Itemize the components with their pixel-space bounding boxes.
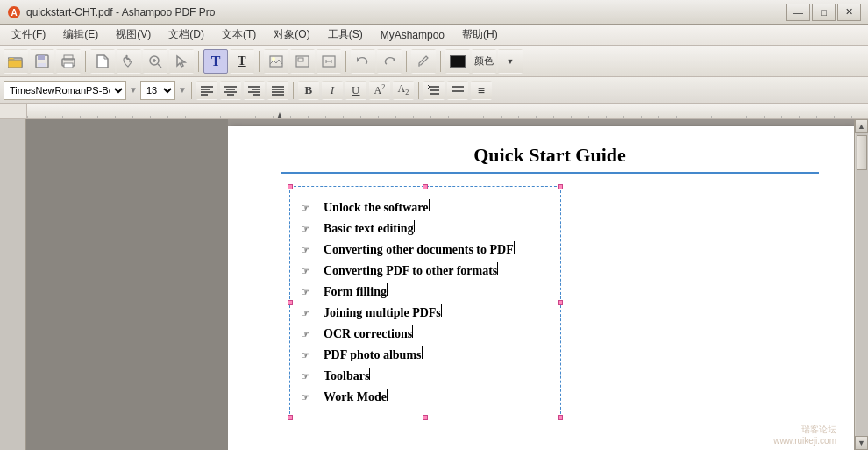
color-box-button[interactable] bbox=[445, 49, 470, 74]
align-left-button[interactable] bbox=[196, 81, 217, 100]
minimize-button[interactable]: — bbox=[786, 4, 810, 21]
list-item: ☞ Work Mode bbox=[301, 388, 550, 406]
toolbar-sep-2 bbox=[198, 51, 199, 72]
document-page: Quick Start Guide ☞ Unlock the software … bbox=[228, 126, 854, 450]
bold-button[interactable]: B bbox=[298, 81, 319, 100]
handle-bl[interactable] bbox=[288, 415, 293, 420]
insert-image-button[interactable] bbox=[264, 49, 288, 74]
watermark-line2: www.ruikeji.com bbox=[773, 436, 836, 446]
undo-button[interactable] bbox=[351, 49, 375, 74]
insert-link-button[interactable] bbox=[317, 49, 341, 74]
redo-button[interactable] bbox=[377, 49, 402, 74]
menubar: 文件(F) 编辑(E) 视图(V) 文档(D) 文本(T) 对象(O) 工具(S… bbox=[0, 25, 868, 46]
svg-rect-45 bbox=[27, 104, 868, 119]
main-area: Quick Start Guide ☞ Unlock the software … bbox=[0, 119, 868, 450]
new-page-button[interactable] bbox=[90, 49, 115, 74]
gray-left-panel bbox=[26, 119, 228, 450]
save-button[interactable] bbox=[30, 49, 54, 74]
insert-shape-button[interactable] bbox=[290, 49, 315, 74]
vertical-scrollbar: ▲ ▼ bbox=[854, 119, 868, 450]
text-select-button[interactable]: T bbox=[230, 49, 254, 74]
subscript-button[interactable]: A2 bbox=[393, 81, 414, 100]
justify-button[interactable] bbox=[267, 81, 288, 100]
page-area: Quick Start Guide ☞ Unlock the software … bbox=[228, 119, 854, 450]
list-item: ☞ Unlock the software bbox=[301, 198, 550, 217]
pencil-button[interactable] bbox=[411, 49, 436, 74]
menu-object[interactable]: 对象(O) bbox=[266, 25, 317, 45]
handle-bm[interactable] bbox=[423, 415, 428, 420]
list-item-text: OCR corrections bbox=[324, 325, 412, 343]
toolbar-sep-3 bbox=[259, 51, 260, 72]
list-item: ☞ OCR corrections bbox=[301, 325, 550, 343]
select-button[interactable] bbox=[169, 49, 194, 74]
toolbar-sep-5 bbox=[406, 51, 407, 72]
scroll-down-button[interactable]: ▼ bbox=[855, 436, 868, 450]
handle-br[interactable] bbox=[558, 415, 563, 420]
print-button[interactable] bbox=[56, 49, 81, 74]
list-bullet-icon: ☞ bbox=[301, 390, 318, 405]
list-item: ☞ Form filling bbox=[301, 282, 550, 301]
menu-view[interactable]: 视图(V) bbox=[108, 25, 159, 45]
handle-mr[interactable] bbox=[558, 300, 563, 305]
toolbar: T T 颜色 ▼ bbox=[0, 46, 868, 77]
font-size-select[interactable]: 13 bbox=[140, 81, 175, 100]
zoom-button[interactable] bbox=[143, 49, 167, 74]
menu-text[interactable]: 文本(T) bbox=[214, 25, 264, 45]
scroll-thumb[interactable] bbox=[857, 135, 867, 170]
svg-rect-5 bbox=[38, 55, 45, 60]
maximize-button[interactable]: □ bbox=[812, 4, 836, 21]
open-button[interactable] bbox=[4, 49, 28, 74]
svg-rect-17 bbox=[298, 58, 303, 61]
list-item: ☞ Joining multiple PDFs bbox=[301, 304, 550, 322]
menu-file[interactable]: 文件(F) bbox=[4, 25, 53, 45]
svg-line-40 bbox=[428, 87, 430, 89]
list-item-text: PDF photo albums bbox=[324, 346, 422, 364]
text-button[interactable]: T bbox=[203, 49, 228, 74]
superscript-button[interactable]: A2 bbox=[369, 81, 390, 100]
menu-document[interactable]: 文档(D) bbox=[160, 25, 212, 45]
underline-button[interactable]: U bbox=[345, 81, 366, 100]
list-bullet-icon: ☞ bbox=[301, 327, 318, 342]
text-selection-box[interactable]: ☞ Unlock the software ☞ Basic text editi… bbox=[289, 186, 561, 418]
menu-edit[interactable]: 编辑(E) bbox=[55, 25, 106, 45]
scroll-track[interactable] bbox=[856, 133, 868, 436]
list-item: ☞ Converting other documents to PDF bbox=[301, 240, 550, 259]
scroll-up-button[interactable]: ▲ bbox=[855, 119, 868, 133]
font-family-select[interactable]: TimesNewRomanPS-BoldMT bbox=[4, 81, 126, 100]
toolbar-sep-6 bbox=[440, 51, 441, 72]
color-label-button[interactable]: 颜色 bbox=[472, 49, 496, 74]
titlebar: A quickstart-CHT.pdf - Ashampoo PDF Pro … bbox=[0, 0, 868, 25]
svg-line-11 bbox=[158, 64, 161, 68]
close-button[interactable]: ✕ bbox=[837, 4, 861, 21]
list-item-text: Unlock the software bbox=[324, 198, 429, 217]
list-bullet-icon: ☞ bbox=[301, 285, 318, 300]
ruler bbox=[0, 104, 868, 119]
list-item: ☞ Basic text editing bbox=[301, 219, 550, 238]
list-item-text: Joining multiple PDFs bbox=[324, 304, 441, 322]
italic-button[interactable]: I bbox=[322, 81, 343, 100]
paragraph-spacing-button[interactable] bbox=[447, 81, 468, 100]
menu-help[interactable]: 帮助(H) bbox=[454, 25, 506, 45]
ruler-marks bbox=[26, 104, 868, 118]
list-item-text: Form filling bbox=[324, 282, 387, 301]
align-center-button[interactable] bbox=[220, 81, 241, 100]
list-bullet-icon: ☞ bbox=[301, 348, 318, 363]
handle-ml[interactable] bbox=[288, 300, 293, 305]
list-bullet-icon: ☞ bbox=[301, 264, 318, 279]
menu-myashampoo[interactable]: MyAshampoo bbox=[373, 26, 452, 44]
list-item: ☞ Converting PDF to other formats bbox=[301, 261, 550, 280]
more-format-button[interactable]: ≡ bbox=[471, 81, 492, 100]
handle-tl[interactable] bbox=[288, 184, 293, 189]
hand-button[interactable] bbox=[117, 49, 141, 74]
list-bullet-icon: ☞ bbox=[301, 201, 318, 216]
handle-tm[interactable] bbox=[423, 184, 428, 189]
list-item-text: Work Mode bbox=[324, 388, 387, 406]
menu-tools[interactable]: 工具(S) bbox=[320, 25, 371, 45]
app-icon: A bbox=[7, 5, 21, 19]
color-dropdown-button[interactable]: ▼ bbox=[498, 49, 523, 74]
handle-tr[interactable] bbox=[558, 184, 563, 189]
list-item: ☞ PDF photo albums bbox=[301, 346, 550, 364]
align-right-button[interactable] bbox=[244, 81, 265, 100]
line-spacing-button[interactable] bbox=[423, 81, 445, 100]
fmt-sep-3 bbox=[418, 82, 419, 99]
